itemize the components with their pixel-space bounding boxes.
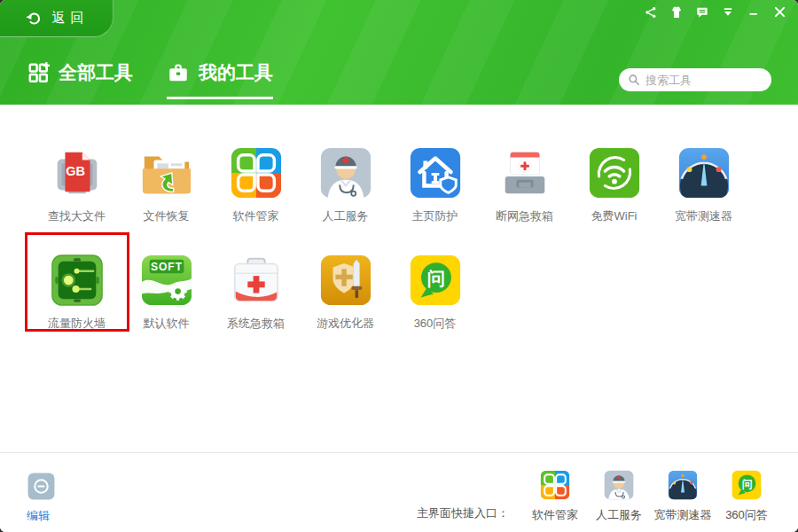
tab-my-tools[interactable]: 我的工具 — [167, 60, 273, 99]
tool-grid-row-2: 流量防火墙 默认软件 系统急救箱 游戏优化器 360问答 — [0, 253, 798, 332]
tool-software-manager[interactable]: 软件管家 — [211, 145, 301, 224]
tool-label: 文件恢复 — [144, 208, 190, 224]
default-software-icon — [139, 253, 194, 308]
feedback-icon[interactable] — [695, 5, 709, 20]
network-first-aid-icon — [497, 145, 552, 200]
shortcut-label: 360问答 — [725, 507, 768, 523]
grid-plus-icon — [27, 61, 50, 84]
tool-network-first-aid[interactable]: 断网急救箱 — [480, 145, 569, 224]
back-arrow-icon — [24, 10, 41, 27]
theme-icon[interactable] — [669, 5, 684, 20]
tool-label: 断网急救箱 — [496, 208, 553, 224]
tool-traffic-firewall[interactable]: 流量防火墙 — [32, 253, 121, 332]
system-first-aid-icon — [229, 253, 284, 308]
close-icon[interactable] — [772, 4, 787, 20]
game-optimizer-icon — [318, 253, 373, 308]
tool-label: 360问答 — [414, 316, 457, 332]
tool-game-optimizer[interactable]: 游戏优化器 — [301, 253, 390, 332]
file-recovery-icon — [139, 145, 194, 200]
software-manager-icon — [539, 469, 571, 501]
footer-bar: 编辑 主界面快捷入口： 软件管家 人工服务 宽带测速器 360问答 — [0, 452, 798, 532]
shortcut-label: 软件管家 — [532, 507, 578, 523]
find-big-files-icon — [50, 145, 105, 200]
tool-broadband-speedtest[interactable]: 宽带测速器 — [659, 145, 748, 224]
edit-minus-icon — [27, 472, 56, 501]
shortcut-broadband-speedtest[interactable]: 宽带测速器 — [651, 469, 715, 523]
human-service-icon — [318, 145, 373, 200]
tool-default-software[interactable]: 默认软件 — [121, 253, 211, 332]
tool-free-wifi[interactable]: 免费WiFi — [569, 145, 659, 224]
tool-label: 主页防护 — [412, 208, 458, 224]
search-icon — [628, 74, 640, 86]
tool-360-qa[interactable]: 360问答 — [390, 253, 480, 332]
search-box — [619, 68, 771, 91]
tab-all-tools[interactable]: 全部工具 — [27, 60, 133, 99]
broadband-speedtest-icon — [677, 145, 732, 200]
minimize-icon[interactable] — [747, 5, 761, 20]
tool-human-service[interactable]: 人工服务 — [301, 145, 390, 224]
window-controls — [644, 4, 787, 20]
shortcut-label: 宽带测速器 — [654, 507, 712, 523]
360-qa-icon — [408, 253, 463, 308]
tool-file-recovery[interactable]: 文件恢复 — [121, 145, 211, 224]
tool-homepage-protection[interactable]: 主页防护 — [390, 145, 480, 224]
traffic-firewall-icon — [50, 253, 105, 308]
briefcase-icon — [167, 61, 190, 84]
human-service-icon — [603, 469, 635, 501]
tool-label: 人工服务 — [323, 208, 369, 224]
edit-button[interactable]: 编辑 — [27, 472, 56, 524]
search-input[interactable] — [645, 74, 764, 87]
share-icon[interactable] — [644, 5, 658, 20]
homepage-protection-icon — [408, 145, 463, 200]
quick-entry-bar: 主界面快捷入口： 软件管家 人工服务 宽带测速器 360问答 — [417, 469, 778, 523]
back-button[interactable]: 返回 — [0, 0, 113, 37]
tool-label: 查找大文件 — [48, 208, 106, 224]
tool-label: 游戏优化器 — [317, 316, 374, 332]
shortcut-label: 人工服务 — [596, 507, 642, 523]
edit-label: 编辑 — [27, 508, 56, 524]
tab-all-tools-label: 全部工具 — [59, 60, 133, 85]
tool-label: 宽带测速器 — [675, 208, 732, 224]
quick-entry-label: 主界面快捷入口： — [417, 505, 509, 523]
back-label: 返回 — [49, 10, 90, 27]
tool-system-first-aid[interactable]: 系统急救箱 — [211, 253, 301, 332]
tool-label: 软件管家 — [233, 208, 279, 224]
tool-grid-row-1: 查找大文件 文件恢复 软件管家 人工服务 主页防护 断网急救箱 免费WiFi — [0, 145, 798, 224]
shortcut-360-qa[interactable]: 360问答 — [715, 469, 778, 523]
app-window: 返回 — [0, 0, 798, 532]
tool-label: 免费WiFi — [591, 208, 638, 224]
tool-label: 默认软件 — [144, 316, 190, 332]
shortcut-human-service[interactable]: 人工服务 — [587, 469, 651, 523]
software-manager-icon — [229, 145, 284, 200]
tool-label: 流量防火墙 — [48, 316, 106, 332]
tool-find-big-files[interactable]: 查找大文件 — [32, 145, 121, 224]
360-qa-icon — [731, 469, 763, 501]
tool-label: 系统急救箱 — [227, 316, 285, 332]
free-wifi-icon — [587, 145, 642, 200]
broadband-speedtest-icon — [667, 469, 699, 501]
shortcut-software-manager[interactable]: 软件管家 — [523, 469, 587, 523]
menu-icon[interactable] — [721, 5, 735, 20]
tab-my-tools-label: 我的工具 — [199, 60, 273, 85]
tab-bar: 全部工具 我的工具 — [27, 60, 273, 99]
